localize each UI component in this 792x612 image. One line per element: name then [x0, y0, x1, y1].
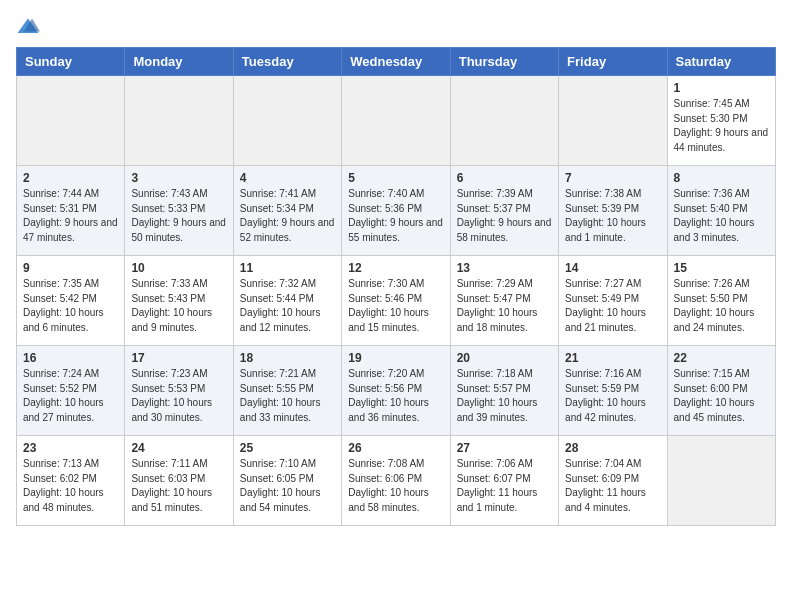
- day-info: Sunrise: 7:27 AM Sunset: 5:49 PM Dayligh…: [565, 277, 660, 335]
- calendar-cell: 19Sunrise: 7:20 AM Sunset: 5:56 PM Dayli…: [342, 346, 450, 436]
- calendar-cell: [450, 76, 558, 166]
- day-number: 27: [457, 441, 552, 455]
- day-info: Sunrise: 7:13 AM Sunset: 6:02 PM Dayligh…: [23, 457, 118, 515]
- calendar-cell: 21Sunrise: 7:16 AM Sunset: 5:59 PM Dayli…: [559, 346, 667, 436]
- weekday-header-sunday: Sunday: [17, 48, 125, 76]
- calendar-week-2: 2Sunrise: 7:44 AM Sunset: 5:31 PM Daylig…: [17, 166, 776, 256]
- day-info: Sunrise: 7:39 AM Sunset: 5:37 PM Dayligh…: [457, 187, 552, 245]
- calendar-cell: 6Sunrise: 7:39 AM Sunset: 5:37 PM Daylig…: [450, 166, 558, 256]
- day-number: 25: [240, 441, 335, 455]
- calendar-cell: 26Sunrise: 7:08 AM Sunset: 6:06 PM Dayli…: [342, 436, 450, 526]
- day-info: Sunrise: 7:08 AM Sunset: 6:06 PM Dayligh…: [348, 457, 443, 515]
- day-info: Sunrise: 7:29 AM Sunset: 5:47 PM Dayligh…: [457, 277, 552, 335]
- day-number: 14: [565, 261, 660, 275]
- calendar-cell: [559, 76, 667, 166]
- day-number: 11: [240, 261, 335, 275]
- weekday-header-thursday: Thursday: [450, 48, 558, 76]
- day-info: Sunrise: 7:33 AM Sunset: 5:43 PM Dayligh…: [131, 277, 226, 335]
- day-info: Sunrise: 7:24 AM Sunset: 5:52 PM Dayligh…: [23, 367, 118, 425]
- day-number: 12: [348, 261, 443, 275]
- calendar-cell: 14Sunrise: 7:27 AM Sunset: 5:49 PM Dayli…: [559, 256, 667, 346]
- day-info: Sunrise: 7:36 AM Sunset: 5:40 PM Dayligh…: [674, 187, 769, 245]
- calendar-cell: 28Sunrise: 7:04 AM Sunset: 6:09 PM Dayli…: [559, 436, 667, 526]
- day-number: 3: [131, 171, 226, 185]
- logo: [16, 16, 44, 37]
- day-info: Sunrise: 7:16 AM Sunset: 5:59 PM Dayligh…: [565, 367, 660, 425]
- day-number: 28: [565, 441, 660, 455]
- weekday-header-wednesday: Wednesday: [342, 48, 450, 76]
- day-info: Sunrise: 7:45 AM Sunset: 5:30 PM Dayligh…: [674, 97, 769, 155]
- day-info: Sunrise: 7:32 AM Sunset: 5:44 PM Dayligh…: [240, 277, 335, 335]
- day-number: 7: [565, 171, 660, 185]
- logo-icon: [16, 17, 40, 37]
- weekday-header-monday: Monday: [125, 48, 233, 76]
- day-info: Sunrise: 7:38 AM Sunset: 5:39 PM Dayligh…: [565, 187, 660, 245]
- calendar-cell: 3Sunrise: 7:43 AM Sunset: 5:33 PM Daylig…: [125, 166, 233, 256]
- day-number: 22: [674, 351, 769, 365]
- day-number: 21: [565, 351, 660, 365]
- calendar-cell: 5Sunrise: 7:40 AM Sunset: 5:36 PM Daylig…: [342, 166, 450, 256]
- day-number: 2: [23, 171, 118, 185]
- day-number: 6: [457, 171, 552, 185]
- calendar-cell: 27Sunrise: 7:06 AM Sunset: 6:07 PM Dayli…: [450, 436, 558, 526]
- day-info: Sunrise: 7:44 AM Sunset: 5:31 PM Dayligh…: [23, 187, 118, 245]
- calendar-cell: 18Sunrise: 7:21 AM Sunset: 5:55 PM Dayli…: [233, 346, 341, 436]
- calendar-cell: 2Sunrise: 7:44 AM Sunset: 5:31 PM Daylig…: [17, 166, 125, 256]
- day-number: 18: [240, 351, 335, 365]
- calendar-cell: 10Sunrise: 7:33 AM Sunset: 5:43 PM Dayli…: [125, 256, 233, 346]
- calendar-cell: [125, 76, 233, 166]
- day-info: Sunrise: 7:20 AM Sunset: 5:56 PM Dayligh…: [348, 367, 443, 425]
- calendar-cell: [233, 76, 341, 166]
- weekday-header-saturday: Saturday: [667, 48, 775, 76]
- calendar-week-1: 1Sunrise: 7:45 AM Sunset: 5:30 PM Daylig…: [17, 76, 776, 166]
- calendar-cell: [667, 436, 775, 526]
- day-info: Sunrise: 7:40 AM Sunset: 5:36 PM Dayligh…: [348, 187, 443, 245]
- calendar-cell: 4Sunrise: 7:41 AM Sunset: 5:34 PM Daylig…: [233, 166, 341, 256]
- calendar-cell: 12Sunrise: 7:30 AM Sunset: 5:46 PM Dayli…: [342, 256, 450, 346]
- day-number: 8: [674, 171, 769, 185]
- day-info: Sunrise: 7:18 AM Sunset: 5:57 PM Dayligh…: [457, 367, 552, 425]
- day-number: 1: [674, 81, 769, 95]
- day-number: 15: [674, 261, 769, 275]
- day-info: Sunrise: 7:41 AM Sunset: 5:34 PM Dayligh…: [240, 187, 335, 245]
- day-number: 26: [348, 441, 443, 455]
- day-number: 9: [23, 261, 118, 275]
- calendar-cell: 7Sunrise: 7:38 AM Sunset: 5:39 PM Daylig…: [559, 166, 667, 256]
- calendar-cell: 23Sunrise: 7:13 AM Sunset: 6:02 PM Dayli…: [17, 436, 125, 526]
- day-number: 17: [131, 351, 226, 365]
- day-info: Sunrise: 7:30 AM Sunset: 5:46 PM Dayligh…: [348, 277, 443, 335]
- calendar-cell: 16Sunrise: 7:24 AM Sunset: 5:52 PM Dayli…: [17, 346, 125, 436]
- weekday-header-tuesday: Tuesday: [233, 48, 341, 76]
- calendar-cell: 13Sunrise: 7:29 AM Sunset: 5:47 PM Dayli…: [450, 256, 558, 346]
- day-number: 16: [23, 351, 118, 365]
- calendar-week-4: 16Sunrise: 7:24 AM Sunset: 5:52 PM Dayli…: [17, 346, 776, 436]
- day-number: 20: [457, 351, 552, 365]
- calendar-cell: 25Sunrise: 7:10 AM Sunset: 6:05 PM Dayli…: [233, 436, 341, 526]
- day-info: Sunrise: 7:15 AM Sunset: 6:00 PM Dayligh…: [674, 367, 769, 425]
- day-number: 23: [23, 441, 118, 455]
- day-info: Sunrise: 7:43 AM Sunset: 5:33 PM Dayligh…: [131, 187, 226, 245]
- day-info: Sunrise: 7:10 AM Sunset: 6:05 PM Dayligh…: [240, 457, 335, 515]
- calendar-cell: 11Sunrise: 7:32 AM Sunset: 5:44 PM Dayli…: [233, 256, 341, 346]
- day-number: 4: [240, 171, 335, 185]
- day-info: Sunrise: 7:35 AM Sunset: 5:42 PM Dayligh…: [23, 277, 118, 335]
- calendar-cell: 22Sunrise: 7:15 AM Sunset: 6:00 PM Dayli…: [667, 346, 775, 436]
- calendar-cell: 8Sunrise: 7:36 AM Sunset: 5:40 PM Daylig…: [667, 166, 775, 256]
- day-number: 19: [348, 351, 443, 365]
- calendar-cell: [342, 76, 450, 166]
- calendar-cell: 15Sunrise: 7:26 AM Sunset: 5:50 PM Dayli…: [667, 256, 775, 346]
- day-info: Sunrise: 7:26 AM Sunset: 5:50 PM Dayligh…: [674, 277, 769, 335]
- day-info: Sunrise: 7:21 AM Sunset: 5:55 PM Dayligh…: [240, 367, 335, 425]
- calendar-cell: 20Sunrise: 7:18 AM Sunset: 5:57 PM Dayli…: [450, 346, 558, 436]
- day-info: Sunrise: 7:23 AM Sunset: 5:53 PM Dayligh…: [131, 367, 226, 425]
- weekday-header-friday: Friday: [559, 48, 667, 76]
- calendar-cell: 1Sunrise: 7:45 AM Sunset: 5:30 PM Daylig…: [667, 76, 775, 166]
- calendar-cell: 24Sunrise: 7:11 AM Sunset: 6:03 PM Dayli…: [125, 436, 233, 526]
- day-number: 10: [131, 261, 226, 275]
- calendar-week-3: 9Sunrise: 7:35 AM Sunset: 5:42 PM Daylig…: [17, 256, 776, 346]
- day-info: Sunrise: 7:04 AM Sunset: 6:09 PM Dayligh…: [565, 457, 660, 515]
- calendar-table: SundayMondayTuesdayWednesdayThursdayFrid…: [16, 47, 776, 526]
- calendar-week-5: 23Sunrise: 7:13 AM Sunset: 6:02 PM Dayli…: [17, 436, 776, 526]
- calendar-cell: 9Sunrise: 7:35 AM Sunset: 5:42 PM Daylig…: [17, 256, 125, 346]
- day-number: 13: [457, 261, 552, 275]
